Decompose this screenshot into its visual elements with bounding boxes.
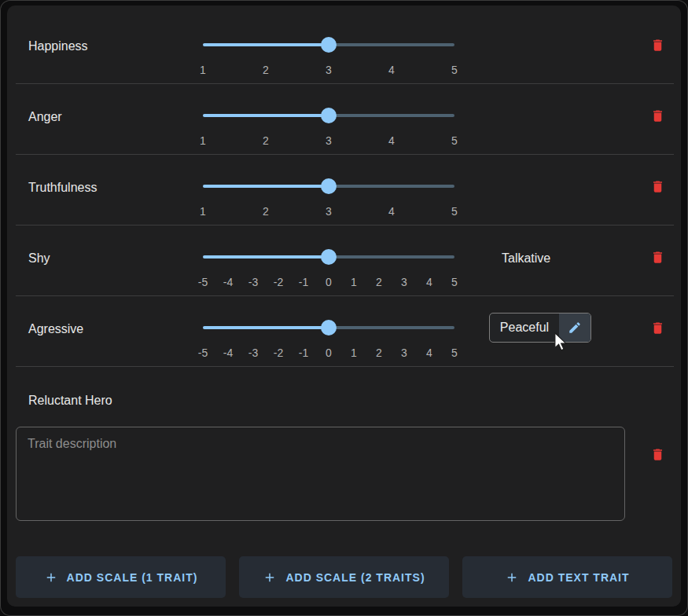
slider-track-active <box>203 114 329 117</box>
tick-label: 1 <box>200 134 206 147</box>
tick-label: 4 <box>388 205 395 218</box>
add-scale-1-trait-label: ADD SCALE (1 TRAIT) <box>67 571 198 584</box>
trait-label: Shy <box>28 250 50 267</box>
tick-label: -5 <box>198 276 208 288</box>
trait-label: Truthfulness <box>28 179 97 196</box>
trash-icon <box>650 446 665 463</box>
tick-label: -3 <box>248 276 258 288</box>
slider-thumb[interactable] <box>321 37 337 53</box>
tick-label: -4 <box>223 346 233 359</box>
tick-label: 1 <box>351 346 357 359</box>
slider-track-rest <box>329 114 454 117</box>
tick-label: 5 <box>451 64 458 76</box>
slider-track-rest <box>329 255 454 258</box>
tick-label: 2 <box>376 276 382 288</box>
trait-slider[interactable] <box>195 249 462 265</box>
tick-label: 3 <box>326 134 332 147</box>
tick-label: -2 <box>274 346 283 359</box>
plus-icon <box>263 570 277 585</box>
slider-track-active <box>203 326 329 329</box>
tick-label: 1 <box>200 64 206 76</box>
tick-label: 3 <box>326 64 332 76</box>
trait-label: Agressive <box>28 321 83 338</box>
scale-trait-row: Agressive -5-4-3-2-1012345 Peaceful <box>7 296 681 367</box>
edit-right-label-button[interactable] <box>559 314 591 342</box>
scale-trait-row: Shy -5-4-3-2-1012345 Talkative <box>7 226 681 296</box>
plus-icon <box>505 570 519 585</box>
tick-label: -2 <box>274 276 283 288</box>
scale-trait-row: Truthfulness 12345 <box>7 155 681 226</box>
trash-icon <box>650 108 665 124</box>
trait-label: Happiness <box>28 38 88 55</box>
plus-icon <box>44 570 58 585</box>
slider-track-active <box>203 185 329 188</box>
tick-label: 4 <box>388 64 395 76</box>
add-scale-1-trait-button[interactable]: ADD SCALE (1 TRAIT) <box>16 556 226 598</box>
slider-thumb[interactable] <box>321 108 337 123</box>
trait-right-label: Peaceful <box>490 314 559 342</box>
slider-tick-labels: -5-4-3-2-1012345 <box>195 346 462 361</box>
slider-tick-labels: -5-4-3-2-1012345 <box>195 276 462 290</box>
slider-thumb[interactable] <box>321 249 337 265</box>
right-label-edit-box: Peaceful <box>489 313 591 343</box>
tick-label: 4 <box>426 276 432 288</box>
tick-label: -1 <box>299 276 308 288</box>
tick-label: 1 <box>351 276 357 288</box>
tick-label: 4 <box>388 134 395 147</box>
delete-trait-button[interactable] <box>646 317 668 338</box>
slider-track-active <box>203 255 329 258</box>
scale-trait-row: Anger 12345 <box>7 84 681 155</box>
slider-tick-labels: 12345 <box>195 205 462 219</box>
traits-panel: Happiness 12345 Anger 12345 Truthfulness <box>7 6 681 607</box>
scale-trait-row: Happiness 12345 <box>7 13 681 84</box>
tick-label: 5 <box>451 276 458 288</box>
tick-label: 4 <box>426 346 432 359</box>
delete-text-trait-button[interactable] <box>646 444 668 464</box>
tick-label: -4 <box>223 276 233 288</box>
text-trait-label: Reluctant Hero <box>28 392 112 409</box>
tick-label: 2 <box>263 205 269 218</box>
trash-icon <box>650 320 665 336</box>
delete-trait-button[interactable] <box>646 247 668 267</box>
trait-slider[interactable] <box>195 178 462 194</box>
add-text-trait-label: ADD TEXT TRAIT <box>528 571 629 584</box>
tick-label: 2 <box>263 134 269 147</box>
tick-label: 1 <box>200 205 206 218</box>
tick-label: 3 <box>326 205 332 218</box>
tick-label: -5 <box>198 346 208 359</box>
trait-slider[interactable] <box>195 108 462 123</box>
trait-right-label: Talkative <box>502 250 550 267</box>
tick-label: 5 <box>451 205 458 218</box>
slider-track-active <box>203 43 329 46</box>
trash-icon <box>650 178 665 195</box>
trait-description-input[interactable] <box>16 427 625 521</box>
trash-icon <box>650 249 665 266</box>
trait-label: Anger <box>28 108 62 126</box>
row-divider <box>16 366 674 367</box>
slider-tick-labels: 12345 <box>195 64 462 78</box>
tick-label: 5 <box>451 346 458 359</box>
trait-slider[interactable] <box>195 37 462 53</box>
delete-trait-button[interactable] <box>646 105 668 126</box>
slider-thumb[interactable] <box>321 320 337 336</box>
slider-track-rest <box>329 326 454 329</box>
tick-label: 0 <box>326 276 332 288</box>
tick-label: -1 <box>299 346 308 359</box>
tick-label: 3 <box>401 346 407 359</box>
tick-label: 3 <box>401 276 407 288</box>
delete-trait-button[interactable] <box>646 35 668 55</box>
tick-label: 0 <box>326 346 332 359</box>
tick-label: -3 <box>248 346 258 359</box>
tick-label: 5 <box>451 134 458 147</box>
delete-trait-button[interactable] <box>646 176 668 196</box>
trait-slider[interactable] <box>195 320 462 336</box>
slider-track-rest <box>329 185 454 188</box>
tick-label: 2 <box>263 64 269 76</box>
slider-track-rest <box>329 43 454 46</box>
add-scale-2-traits-label: ADD SCALE (2 TRAITS) <box>285 571 425 584</box>
slider-thumb[interactable] <box>321 178 337 194</box>
add-text-trait-button[interactable]: ADD TEXT TRAIT <box>462 556 672 598</box>
slider-tick-labels: 12345 <box>195 134 462 148</box>
add-scale-2-traits-button[interactable]: ADD SCALE (2 TRAITS) <box>239 556 449 598</box>
trash-icon <box>650 37 665 53</box>
